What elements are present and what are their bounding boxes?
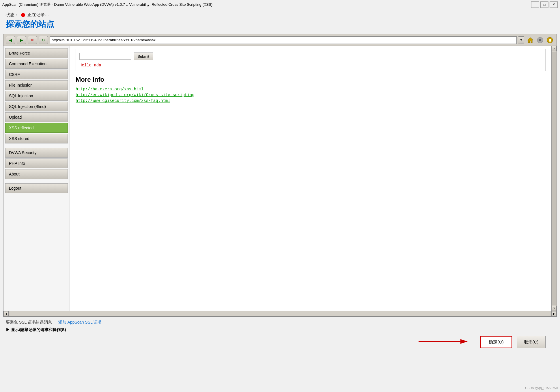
vertical-scrollbar[interactable]: ▲ ▼ — [551, 46, 557, 311]
title-bar-controls: — □ ✕ — [531, 1, 558, 8]
stop-circle-icon[interactable] — [536, 36, 544, 44]
refresh-button[interactable]: ↻ — [39, 36, 48, 44]
h-scroll-left-arrow[interactable]: ◀ — [3, 311, 9, 316]
hello-text: Hello ada — [79, 63, 542, 68]
sidebar-item-sql-injection-blind[interactable]: SQL Injection (Blind) — [5, 102, 68, 111]
back-button[interactable]: ◀ — [6, 36, 15, 44]
status-text: 正在记录… — [27, 12, 49, 18]
sidebar-divider — [5, 144, 68, 148]
h-scroll-right-arrow[interactable]: ▶ — [551, 311, 557, 316]
sidebar-item-dvwa-security[interactable]: DVWA Security — [5, 148, 68, 158]
xss-submit-button[interactable]: Submit — [134, 53, 153, 60]
horizontal-scrollbar[interactable]: ◀ ▶ — [3, 311, 557, 316]
sidebar-item-upload[interactable]: Upload — [5, 112, 68, 122]
svg-rect-4 — [549, 39, 550, 42]
status-dot — [21, 13, 25, 17]
sidebar-item-sql-injection[interactable]: SQL Injection — [5, 91, 68, 101]
forward-button[interactable]: ▶ — [17, 36, 26, 44]
ssl-link[interactable]: 添加 AppScan SSL 证书 — [58, 320, 102, 325]
sidebar: Brute Force Command Execution CSRF File … — [3, 46, 70, 311]
svg-point-3 — [547, 37, 553, 43]
scanner-area: 状态： 正在记录… 探索您的站点 — [0, 9, 560, 34]
title-bar: AppScan (Chromium) 浏览器 - Damn Vulnerable… — [0, 0, 560, 9]
status-label: 状态： — [6, 12, 19, 18]
sidebar-item-file-inclusion[interactable]: File Inclusion — [5, 80, 68, 90]
xss-form-box: Submit Hello ada — [76, 49, 546, 71]
maximize-button[interactable]: □ — [540, 1, 548, 8]
red-arrow — [416, 336, 473, 348]
dialog-row: 确定(O) 取消(C) — [6, 336, 554, 348]
sidebar-item-command-execution[interactable]: Command Execution — [5, 59, 68, 69]
sidebar-item-xss-reflected[interactable]: XSS reflected — [5, 123, 68, 133]
bottom-area: 要避免 SSL 证书错误消息： 添加 AppScan SSL 证书 ▶ 显示/隐… — [0, 317, 560, 351]
sidebar-divider-2 — [5, 180, 68, 183]
url-dropdown[interactable]: ▼ — [518, 36, 524, 44]
main-content: Submit Hello ada More info http://ha.cke… — [70, 46, 551, 311]
info-link-2[interactable]: http://en.wikipedia.org/wiki/Cross-site_… — [76, 93, 546, 97]
stop-button[interactable]: ✕ — [28, 36, 37, 44]
site-title: 探索您的站点 — [6, 19, 554, 30]
h-scroll-track — [9, 311, 551, 316]
svg-marker-0 — [527, 38, 533, 43]
nav-bar: ◀ ▶ ✕ ↻ ▼ — [3, 34, 557, 46]
browser-chrome: ◀ ▶ ✕ ↻ ▼ — [3, 34, 557, 317]
ssl-label: 要避免 SSL 证书错误消息： — [6, 320, 56, 325]
scroll-thumb[interactable] — [552, 52, 556, 305]
sidebar-item-csrf[interactable]: CSRF — [5, 70, 68, 79]
more-info-title: More info — [76, 76, 546, 83]
sidebar-item-brute-force[interactable]: Brute Force — [5, 48, 68, 58]
sidebar-item-logout[interactable]: Logout — [5, 183, 68, 193]
more-info-section: More info http://ha.ckers.org/xss.html h… — [76, 76, 546, 103]
svg-rect-2 — [539, 39, 541, 41]
nav-icons — [526, 36, 554, 44]
minimize-button[interactable]: — — [531, 1, 539, 8]
sidebar-item-php-info[interactable]: PHP Info — [5, 158, 68, 168]
info-link-1[interactable]: http://ha.ckers.org/xss.html — [76, 87, 546, 92]
pause-icon[interactable] — [546, 36, 554, 44]
svg-rect-5 — [550, 39, 551, 42]
status-row: 状态： 正在记录… — [6, 12, 554, 18]
close-button[interactable]: ✕ — [550, 1, 558, 8]
ssl-row: 要避免 SSL 证书错误消息： 添加 AppScan SSL 证书 — [6, 320, 554, 325]
svg-marker-7 — [460, 339, 468, 344]
scroll-up-arrow[interactable]: ▲ — [552, 46, 557, 51]
info-link-3[interactable]: http://www.cgisecurity.com/xss-faq.html — [76, 98, 546, 103]
xss-name-input[interactable] — [79, 53, 131, 60]
toggle-label[interactable]: ▶ 显示/隐藏记录的请求和操作(S) — [6, 327, 66, 333]
home-icon[interactable] — [526, 36, 535, 44]
sidebar-item-about[interactable]: About — [5, 169, 68, 179]
scroll-down-arrow[interactable]: ▼ — [552, 306, 557, 311]
confirm-button[interactable]: 确定(O) — [480, 336, 512, 348]
cancel-button[interactable]: 取消(C) — [517, 336, 546, 348]
url-bar[interactable] — [50, 36, 517, 44]
sidebar-item-xss-stored[interactable]: XSS stored — [5, 134, 68, 143]
title-bar-text: AppScan (Chromium) 浏览器 - Damn Vulnerable… — [2, 2, 212, 7]
toggle-row: ▶ 显示/隐藏记录的请求和操作(S) — [6, 327, 554, 333]
watermark: CSDN @qq_51550750 — [525, 386, 558, 390]
